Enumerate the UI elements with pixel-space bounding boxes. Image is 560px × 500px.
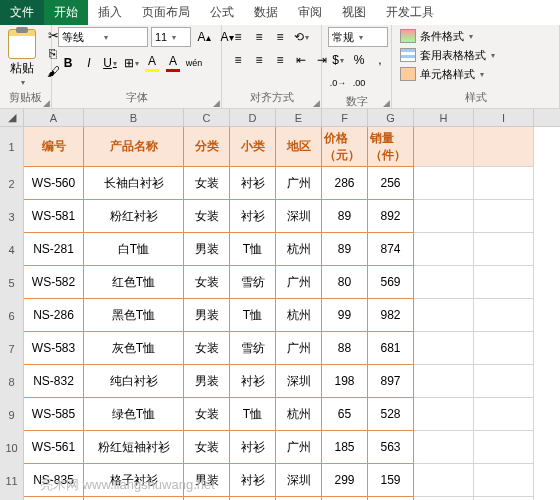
row-header-6[interactable]: 6 [0, 299, 24, 332]
header-cell[interactable]: 产品名称 [84, 127, 184, 167]
data-cell[interactable]: 女装 [184, 398, 230, 431]
data-cell[interactable]: NS-281 [24, 233, 84, 266]
data-cell[interactable]: 广州 [276, 266, 322, 299]
data-cell[interactable]: 纯白衬衫 [84, 365, 184, 398]
tab-7[interactable]: 视图 [332, 0, 376, 25]
data-cell[interactable]: 长袖白衬衫 [84, 167, 184, 200]
data-cell[interactable]: 89 [322, 200, 368, 233]
data-cell[interactable]: 897 [368, 365, 414, 398]
data-cell[interactable]: 粉红衬衫 [84, 200, 184, 233]
tab-4[interactable]: 公式 [200, 0, 244, 25]
header-cell[interactable]: 地区 [276, 127, 322, 167]
orientation-button[interactable]: ⟲▾ [291, 27, 311, 47]
data-cell[interactable]: 男装 [184, 233, 230, 266]
data-cell[interactable] [474, 167, 534, 200]
indent-dec-button[interactable]: ⇤ [291, 50, 311, 70]
tab-0[interactable]: 文件 [0, 0, 44, 25]
tab-3[interactable]: 页面布局 [132, 0, 200, 25]
col-header-G[interactable]: G [368, 109, 414, 126]
underline-button[interactable]: U▾ [100, 53, 120, 73]
data-cell[interactable]: T恤 [230, 299, 276, 332]
data-cell[interactable]: 80 [322, 266, 368, 299]
inc-decimal-button[interactable]: .0→ [328, 73, 348, 93]
data-cell[interactable]: NS-286 [24, 299, 84, 332]
col-header-A[interactable]: A [24, 109, 84, 126]
currency-button[interactable]: $▾ [328, 50, 348, 70]
data-cell[interactable]: 灰色T恤 [84, 332, 184, 365]
font-name-combo[interactable]: 等线▾ [58, 27, 148, 47]
data-cell[interactable]: 892 [368, 200, 414, 233]
data-cell[interactable]: 绿色T恤 [84, 398, 184, 431]
row-header-10[interactable]: 10 [0, 431, 24, 464]
dialog-launcher-icon[interactable]: ◢ [213, 98, 221, 106]
data-cell[interactable]: 89 [322, 233, 368, 266]
data-cell[interactable] [474, 233, 534, 266]
data-cell[interactable] [474, 398, 534, 431]
data-cell[interactable]: 女装 [184, 332, 230, 365]
tab-1[interactable]: 开始 [44, 0, 88, 25]
fill-color-button[interactable]: A [142, 53, 162, 73]
dialog-launcher-icon[interactable]: ◢ [313, 98, 321, 106]
align-right-button[interactable]: ≡ [270, 50, 290, 70]
header-cell[interactable]: 分类 [184, 127, 230, 167]
col-header-E[interactable]: E [276, 109, 322, 126]
percent-button[interactable]: % [349, 50, 369, 70]
font-color-button[interactable]: A [163, 53, 183, 73]
data-cell[interactable]: 深圳 [276, 200, 322, 233]
align-top-button[interactable]: ≡ [228, 27, 248, 47]
data-cell[interactable]: 黑色T恤 [84, 299, 184, 332]
font-size-combo[interactable]: 11▾ [151, 27, 191, 47]
data-cell[interactable]: 格子衬衫 [84, 464, 184, 497]
row-header-7[interactable]: 7 [0, 332, 24, 365]
align-bottom-button[interactable]: ≡ [270, 27, 290, 47]
data-cell[interactable]: 198 [322, 365, 368, 398]
tab-8[interactable]: 开发工具 [376, 0, 444, 25]
data-cell[interactable]: 雪纺 [230, 266, 276, 299]
col-header-I[interactable]: I [474, 109, 534, 126]
data-cell[interactable]: WS-561 [24, 431, 84, 464]
data-cell[interactable] [414, 266, 474, 299]
data-cell[interactable]: WS-560 [24, 167, 84, 200]
data-cell[interactable]: NS-835 [24, 464, 84, 497]
data-cell[interactable]: 白T恤 [84, 233, 184, 266]
data-cell[interactable]: 衬衫 [230, 167, 276, 200]
data-cell[interactable]: 528 [368, 398, 414, 431]
data-cell[interactable]: 红色T恤 [84, 266, 184, 299]
data-cell[interactable] [474, 365, 534, 398]
italic-button[interactable]: I [79, 53, 99, 73]
data-cell[interactable]: WS-581 [24, 200, 84, 233]
data-cell[interactable]: 299 [322, 464, 368, 497]
data-cell[interactable] [474, 266, 534, 299]
align-left-button[interactable]: ≡ [228, 50, 248, 70]
data-cell[interactable]: 深圳 [276, 365, 322, 398]
tab-2[interactable]: 插入 [88, 0, 132, 25]
data-cell[interactable]: 广州 [276, 431, 322, 464]
data-cell[interactable] [414, 365, 474, 398]
data-cell[interactable]: 杭州 [276, 299, 322, 332]
align-center-button[interactable]: ≡ [249, 50, 269, 70]
data-cell[interactable]: 982 [368, 299, 414, 332]
row-header-2[interactable]: 2 [0, 167, 24, 200]
dialog-launcher-icon[interactable]: ◢ [43, 98, 51, 106]
data-cell[interactable] [414, 332, 474, 365]
col-header-F[interactable]: F [322, 109, 368, 126]
cell-styles-button[interactable]: 单元格样式▾ [398, 65, 486, 83]
row-header-11[interactable]: 11 [0, 464, 24, 497]
data-cell[interactable] [414, 464, 474, 497]
data-cell[interactable] [474, 299, 534, 332]
number-format-combo[interactable]: 常规▾ [328, 27, 388, 47]
data-cell[interactable]: 874 [368, 233, 414, 266]
data-cell[interactable]: T恤 [230, 398, 276, 431]
data-cell[interactable]: WS-582 [24, 266, 84, 299]
data-cell[interactable]: 88 [322, 332, 368, 365]
col-header-D[interactable]: D [230, 109, 276, 126]
data-cell[interactable]: 男装 [184, 464, 230, 497]
header-cell[interactable]: 编号 [24, 127, 84, 167]
data-cell[interactable]: WS-583 [24, 332, 84, 365]
data-cell[interactable]: 65 [322, 398, 368, 431]
col-header-H[interactable]: H [414, 109, 474, 126]
data-cell[interactable]: 99 [322, 299, 368, 332]
bold-button[interactable]: B [58, 53, 78, 73]
dec-decimal-button[interactable]: .00 [349, 73, 369, 93]
data-cell[interactable]: 粉红短袖衬衫 [84, 431, 184, 464]
